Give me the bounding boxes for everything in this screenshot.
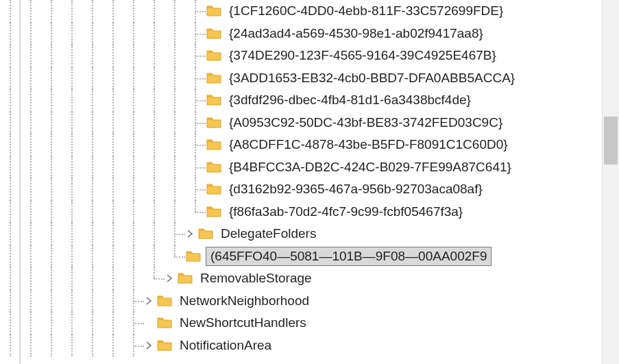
tree-label: {f86fa3ab-70d2-4fc7-9c99-fcbf05467f3a} (229, 204, 463, 219)
tree-row-new-key[interactable]: (645FFO40—5081—101B—9F08—00AA002F9 (0, 245, 598, 268)
tree-row[interactable]: {24ad3ad4-a569-4530-98e1-ab02f9417aa8} (0, 23, 598, 45)
tree-label: {A8CDFF1C-4878-43be-B5FD-F8091C1C60D0} (229, 137, 508, 152)
registry-tree[interactable]: {1CF1260C-4DD0-4ebb-811F-33C572699FDE} {… (0, 0, 598, 364)
tree-row-delegatefolders[interactable]: DelegateFolders (0, 223, 598, 245)
tree-label: {A0953C92-50DC-43bf-BE83-3742FED03C9C} (229, 115, 502, 130)
folder-icon (206, 92, 222, 108)
tree-label: {1CF1260C-4DD0-4ebb-811F-33C572699FDE} (229, 3, 503, 19)
folder-icon (185, 248, 202, 265)
folder-icon (206, 114, 222, 131)
tree-label: RemovableStorage (200, 271, 312, 286)
tree-label: {B4BFCC3A-DB2C-424C-B029-7FE99A87C641} (229, 160, 511, 175)
tree-row[interactable]: {A8CDFF1C-4878-43be-B5FD-F8091C1C60D0} (0, 134, 598, 156)
tree-label: NewShortcutHandlers (180, 315, 306, 330)
tree-row-networkneighborhood[interactable]: NetworkNeighborhood (0, 290, 598, 313)
folder-icon (156, 315, 173, 331)
tree-label: {3ADD1653-EB32-4cb0-BBD7-DFA0ABB5ACCA} (229, 71, 515, 86)
tree-row[interactable]: {3ADD1653-EB32-4cb0-BBD7-DFA0ABB5ACCA} (0, 67, 598, 90)
tree-row[interactable]: {B4BFCC3A-DB2C-424C-B029-7FE99A87C641} (0, 156, 598, 179)
tree-row[interactable]: {1CF1260C-4DD0-4ebb-811F-33C572699FDE} (0, 0, 598, 23)
vertical-scrollbar[interactable] (602, 0, 619, 364)
tree-row-newshortcuthandlers[interactable]: NewShortcutHandlers (0, 312, 598, 335)
chevron-right-icon[interactable] (143, 290, 155, 313)
tree-label: {3dfdf296-dbec-4fb4-81d1-6a3438bcf4de} (229, 93, 471, 108)
folder-icon (206, 204, 222, 220)
folder-icon (206, 70, 222, 86)
tree-row-removablestorage[interactable]: RemovableStorage (0, 267, 598, 290)
folder-icon (206, 47, 222, 64)
folder-icon (206, 159, 222, 175)
tree-row[interactable]: {f86fa3ab-70d2-4fc7-9c99-fcbf05467f3a} (0, 201, 598, 223)
folder-icon (206, 136, 222, 153)
tree-label: {d3162b92-9365-467a-956b-92703aca08af} (229, 182, 483, 197)
scrollbar-thumb[interactable] (604, 117, 618, 165)
tree-label: {374DE290-123F-4565-9164-39C4925E467B} (229, 48, 496, 63)
chevron-right-icon[interactable] (184, 223, 196, 245)
tree-label: NotificationArea (180, 338, 271, 353)
chevron-placeholder (143, 312, 155, 335)
tree-row[interactable]: {374DE290-123F-4565-9164-39C4925E467B} (0, 45, 598, 67)
tree-label: NetworkNeighborhood (180, 293, 309, 308)
folder-icon (206, 3, 222, 19)
folder-icon (177, 270, 193, 287)
tree-label: DelegateFolders (221, 226, 316, 241)
chevron-right-icon[interactable] (143, 335, 155, 357)
folder-icon (206, 181, 222, 197)
tree-row-notificationarea[interactable]: NotificationArea (0, 335, 598, 357)
folder-icon (197, 226, 214, 242)
tree-rename-input[interactable]: (645FFO40—5081—101B—9F08—00AA002F9 (206, 247, 491, 266)
tree-row[interactable]: {3dfdf296-dbec-4fb4-81d1-6a3438bcf4de} (0, 89, 598, 112)
folder-icon (156, 337, 173, 354)
tree-row[interactable]: {A0953C92-50DC-43bf-BE83-3742FED03C9C} (0, 112, 598, 134)
folder-icon (206, 25, 222, 42)
chevron-right-icon[interactable] (163, 267, 175, 290)
folder-icon (156, 293, 173, 309)
tree-row[interactable]: {d3162b92-9365-467a-956b-92703aca08af} (0, 178, 598, 201)
tree-label: {24ad3ad4-a569-4530-98e1-ab02f9417aa8} (229, 26, 483, 41)
